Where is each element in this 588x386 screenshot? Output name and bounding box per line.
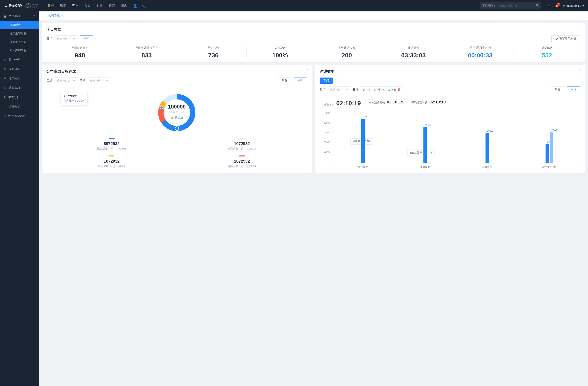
- bar-chart: 50000400003000020000100000 接通率：70.9% 有效接…: [320, 112, 580, 169]
- sidebar-item-visitor[interactable]: ♘访客分析: [0, 83, 39, 93]
- nav-item-4[interactable]: 财务: [97, 3, 103, 9]
- legend-swatch-icon: [239, 155, 245, 156]
- bar-value-label: 29000: [487, 130, 493, 132]
- metric-label: 今日有效首咨客户: [113, 46, 180, 50]
- svg-point-5: [160, 106, 163, 109]
- sidebar-sub-3[interactable]: 客户经理看板: [0, 46, 39, 55]
- header-quick-icons: 👤 📞: [133, 3, 146, 8]
- donut-chart: 1072932 所占比例：70.9% 100000: [46, 88, 307, 135]
- panel-title-goal: 公司业绩目标达成: [46, 69, 307, 74]
- date-range-picker[interactable]: 2018/01/08 至 2018/01/08 📅: [361, 86, 403, 93]
- legend-swatch-icon: [239, 138, 245, 139]
- metric-3: 拨打次数100%: [247, 46, 314, 59]
- seg-tab-0[interactable]: 部门: [320, 77, 333, 84]
- query-button[interactable]: 查询: [294, 77, 307, 84]
- chart-tooltip: 1072932 所占比例：70.9%: [61, 92, 87, 105]
- select-dept[interactable]: 请选择部门: [55, 36, 77, 42]
- legend-label: 已完成量（元）|70.9%: [46, 147, 177, 151]
- select-target[interactable]: 请选择目标: [55, 77, 77, 84]
- tab-company-board[interactable]: 公司看板 ✕: [47, 11, 65, 20]
- notifications[interactable]: 🔔 5: [555, 4, 559, 7]
- brand-subtext: 教育机构一站 式服务云平台: [24, 3, 38, 8]
- metric-label: 平均通话时长?: [447, 46, 514, 50]
- label-target: 目标: [46, 79, 52, 83]
- chevron-down-icon: ▾: [494, 4, 495, 7]
- device-icon[interactable]: 📱: [547, 4, 551, 7]
- expand-icon[interactable]: ⛶: [579, 69, 582, 72]
- phone-icon[interactable]: 📞: [142, 3, 146, 8]
- sidebar: ▣ 数据看板 ⌃ 公司看板推广主管看板销售主管看板客户经理看板 ▽漏斗分析◔成本…: [0, 11, 39, 386]
- select-dept[interactable]: 请选择部门: [328, 86, 350, 93]
- nav-item-0[interactable]: 数据: [48, 3, 54, 9]
- user-menu[interactable]: manager11 ▾: [563, 4, 584, 7]
- sidebar-item-note[interactable]: ✎推广分析: [0, 74, 39, 83]
- sidebar-item-flow[interactable]: ⎘数据流转记录: [0, 111, 39, 121]
- sidebar-item-label: 漏斗分析: [8, 58, 20, 62]
- thumb-up-icon: 👍: [170, 116, 174, 119]
- tabbar: ☰ 公司看板 ✕: [39, 11, 588, 20]
- close-icon[interactable]: ✕: [62, 14, 64, 17]
- sidebar-sub-2[interactable]: 销售主管看板: [0, 38, 39, 46]
- x-axis-label: 接通次数: [394, 165, 456, 169]
- legend-label: 应完成量（元）|8.9%: [46, 164, 177, 168]
- metric-value: 948: [46, 52, 113, 59]
- query-button[interactable]: 查询: [567, 86, 580, 93]
- nav-item-5[interactable]: 运营: [109, 3, 115, 9]
- add-user-icon[interactable]: 👤: [133, 3, 137, 8]
- calendar-icon: 📅: [397, 88, 400, 91]
- panel-today-data: 今日数据 部门 请选择部门 查询 ⚙ 设置显示指标 今日首咨客户948今日有效首…: [42, 23, 585, 62]
- search-type-select[interactable]: 手机号码 ▾: [482, 4, 497, 8]
- metric-2: 回访人数736: [180, 46, 247, 59]
- query-button[interactable]: 查询: [80, 36, 93, 42]
- metric-value: 200: [314, 52, 380, 59]
- sidebar-item-funnel[interactable]: ▽漏斗分析: [0, 55, 39, 64]
- legend-item-1: 1072932 未完成量（元）|20.9%: [177, 138, 307, 151]
- sidebar-toggle-icon[interactable]: ☰: [42, 14, 44, 18]
- bar-group-1: 35000: [394, 112, 456, 163]
- sales-icon: ◎: [4, 105, 6, 108]
- nav-item-6[interactable]: 报名: [121, 3, 127, 9]
- metric-label: 成交单数: [513, 46, 580, 50]
- channel-icon: ⚲: [4, 96, 6, 99]
- metric-value: 736: [180, 52, 247, 59]
- sidebar-item-sales[interactable]: ◎销售分析: [0, 102, 39, 111]
- search-icon[interactable]: 🔍: [536, 4, 539, 7]
- seg-tab-1[interactable]: 个人: [334, 77, 347, 84]
- metric-label: 有效通话次数: [314, 46, 380, 50]
- kpi-1: 有效通话时长02:10:19: [369, 100, 403, 107]
- metric-label: 今日首咨客户: [46, 46, 113, 50]
- sidebar-sub-1[interactable]: 推广主管看板: [0, 29, 39, 38]
- metric-5: 通话时长03:33:03: [380, 46, 447, 59]
- nav-item-2[interactable]: 客户: [72, 3, 78, 9]
- settings-metrics-button[interactable]: ⚙ 设置显示指标: [551, 36, 580, 42]
- reset-button[interactable]: 重置: [278, 77, 291, 84]
- sidebar-item-label: 数据流转记录: [8, 114, 25, 118]
- global-search: 手机号码 ▾ 🔍: [480, 2, 542, 9]
- chevron-up-icon: ⌃: [33, 15, 35, 18]
- sidebar-item-label: 访客分析: [9, 86, 20, 90]
- brand-text: 云朵CRM: [9, 4, 22, 8]
- sidebar-item-channel[interactable]: ⚲渠道分析: [0, 93, 39, 102]
- metric-7: 成交单数552: [513, 46, 580, 59]
- search-type-label: 手机号码: [482, 4, 493, 8]
- sidebar-item-label: 渠道分析: [8, 96, 20, 99]
- sidebar-sub-0[interactable]: 公司看板: [0, 21, 39, 29]
- nav-item-1[interactable]: 线索: [60, 3, 66, 9]
- label-dept: 部门: [46, 37, 52, 41]
- panel-comm-efficiency: ⛶ 沟通效率 部门个人 部门 请选择部门 日期 2018/01/08 至 201…: [315, 65, 585, 173]
- bar: 43000: [361, 119, 365, 163]
- sidebar-item-label: 成本分析: [9, 67, 20, 71]
- kpi-2: 平均通话时长02:10:19: [411, 100, 446, 107]
- reset-button[interactable]: 重置: [551, 86, 564, 93]
- metric-value: 552: [513, 52, 580, 59]
- nav-item-3[interactable]: 公海: [84, 3, 90, 9]
- flow-icon: ⎘: [4, 115, 5, 118]
- expand-icon[interactable]: ⛶: [305, 69, 308, 72]
- sidebar-group-dashboard[interactable]: ▣ 数据看板 ⌃: [0, 11, 39, 21]
- metric-label: 通话时长: [380, 46, 447, 50]
- label-date: 日期: [353, 88, 358, 92]
- select-period[interactable]: 请选择周期: [88, 77, 110, 84]
- info-icon[interactable]: ?: [488, 46, 491, 49]
- sidebar-item-clock[interactable]: ◔成本分析: [0, 64, 39, 74]
- search-input[interactable]: [499, 4, 536, 7]
